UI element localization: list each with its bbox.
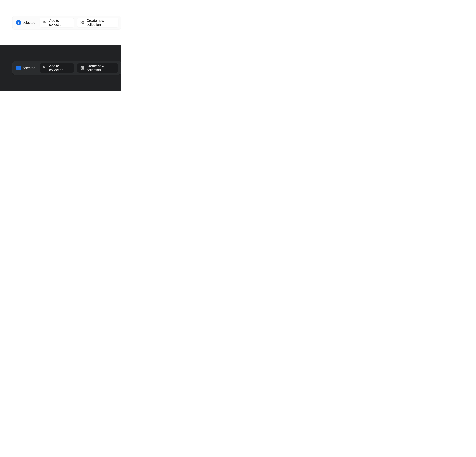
selection-status: 3 selected: [15, 66, 37, 70]
selection-label: selected: [23, 21, 35, 25]
create-new-collection-button[interactable]: Create new collection: [77, 18, 118, 27]
svg-rect-7: [43, 67, 44, 68]
add-to-collection-label: Add to collection: [49, 19, 71, 27]
dark-theme-section: 3 selected Add to collection: [0, 45, 121, 91]
selection-toolbar: 3 selected Add to collection: [12, 16, 121, 29]
svg-rect-13: [83, 68, 84, 69]
svg-rect-11: [83, 67, 84, 68]
selection-label: selected: [23, 66, 35, 70]
light-theme-section: 3 selected Add to collection: [0, 0, 121, 45]
svg-rect-10: [81, 67, 82, 68]
selection-count-badge: 3: [16, 66, 21, 70]
svg-rect-5: [81, 23, 82, 24]
grid-icon: [80, 21, 84, 25]
grid-icon: [80, 66, 84, 70]
add-square-plus-icon: [43, 66, 47, 70]
add-to-collection-label: Add to collection: [49, 64, 71, 72]
selection-count-badge: 3: [16, 20, 21, 25]
add-to-collection-button[interactable]: Add to collection: [40, 63, 74, 73]
create-new-collection-button[interactable]: Create new collection: [77, 63, 118, 73]
svg-rect-3: [81, 21, 82, 22]
create-new-collection-label: Create new collection: [86, 64, 115, 72]
svg-rect-4: [83, 21, 84, 22]
add-square-plus-icon: [43, 21, 47, 25]
create-new-collection-label: Create new collection: [86, 19, 115, 27]
add-to-collection-button[interactable]: Add to collection: [40, 18, 74, 27]
selection-status: 3 selected: [15, 20, 37, 25]
svg-rect-6: [83, 23, 84, 24]
selection-toolbar: 3 selected Add to collection: [12, 61, 121, 75]
svg-rect-12: [81, 68, 82, 69]
svg-rect-0: [43, 21, 44, 22]
